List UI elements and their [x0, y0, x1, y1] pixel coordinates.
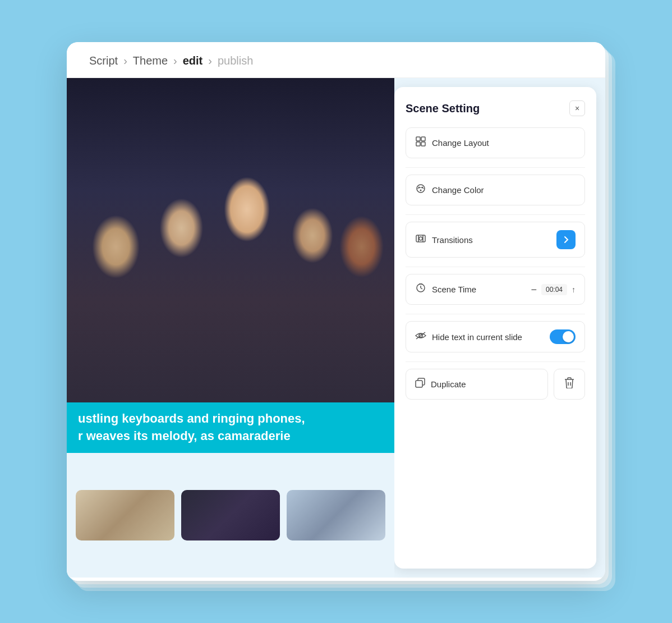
scene-time-icon: [415, 282, 426, 296]
change-layout-row[interactable]: Change Layout: [406, 127, 585, 158]
svg-rect-1: [421, 137, 425, 141]
svg-point-9: [419, 237, 422, 240]
time-minus-button[interactable]: −: [531, 285, 537, 295]
divider-2: [406, 214, 585, 215]
panel-header: Scene Setting ×: [406, 100, 585, 116]
divider-4: [406, 314, 585, 314]
breadcrumb-publish[interactable]: publish: [218, 54, 253, 67]
transitions-icon: [415, 233, 426, 247]
svg-line-14: [421, 288, 422, 289]
change-layout-label: Change Layout: [432, 138, 576, 148]
panel-title: Scene Setting: [406, 102, 480, 115]
divider-3: [406, 267, 585, 267]
svg-rect-3: [421, 142, 425, 146]
people-layer: [67, 78, 394, 453]
breadcrumb-theme[interactable]: Theme: [133, 54, 168, 67]
bottom-row: Duplicate: [406, 369, 585, 400]
delete-button[interactable]: [554, 369, 585, 400]
scene-time-label: Scene Time: [432, 285, 525, 294]
breadcrumb-sep-3: ›: [208, 54, 212, 67]
svg-rect-18: [416, 381, 422, 387]
thumbnail-2[interactable]: [181, 490, 280, 540]
svg-rect-2: [416, 142, 420, 146]
toggle-knob: [563, 331, 574, 342]
hide-text-label: Hide text in current slide: [432, 332, 544, 342]
transitions-label: Transitions: [432, 235, 551, 245]
change-color-row[interactable]: Change Color: [406, 175, 585, 205]
delete-icon: [564, 377, 574, 391]
duplicate-icon: [415, 378, 425, 391]
close-button[interactable]: ×: [569, 100, 585, 116]
svg-point-4: [417, 185, 425, 193]
hide-text-row: Hide text in current slide: [406, 321, 585, 352]
divider-5: [406, 361, 585, 362]
duplicate-label: Duplicate: [431, 379, 538, 389]
breadcrumb-script[interactable]: Script: [89, 54, 118, 67]
svg-rect-8: [416, 235, 425, 242]
thumbnail-3[interactable]: [287, 490, 385, 540]
color-palette-icon: [415, 183, 426, 197]
overlay-line1: ustling keyboards and ringing phones,: [78, 410, 383, 428]
breadcrumb-edit[interactable]: edit: [183, 54, 203, 67]
transitions-arrow[interactable]: [556, 230, 576, 249]
breadcrumb-sep-1: ›: [123, 54, 127, 67]
svg-rect-0: [416, 137, 420, 141]
scene-setting-panel: Scene Setting × Change Layout: [394, 87, 596, 569]
thumbnail-strip: [67, 453, 394, 578]
breadcrumb-sep-2: ›: [173, 54, 177, 67]
hide-text-toggle[interactable]: [550, 329, 576, 344]
divider-1: [406, 167, 585, 168]
scene-image: ustling keyboards and ringing phones, r …: [67, 78, 394, 453]
text-overlay: ustling keyboards and ringing phones, r …: [67, 402, 394, 453]
breadcrumb: Script › Theme › edit › publish: [67, 42, 605, 78]
overlay-line2: r weaves its melody, as camaraderie: [78, 428, 383, 445]
duplicate-button[interactable]: Duplicate: [406, 369, 548, 400]
time-plus-button[interactable]: ↑: [572, 285, 576, 294]
layout-icon: [415, 136, 426, 150]
hide-text-icon: [415, 331, 426, 343]
svg-point-7: [420, 190, 422, 191]
change-color-label: Change Color: [432, 185, 576, 195]
transitions-row[interactable]: Transitions: [406, 222, 585, 258]
time-display: 00:04: [541, 284, 567, 295]
scene-time-row: Scene Time − 00:04 ↑: [406, 274, 585, 305]
thumbnail-1[interactable]: [76, 490, 174, 540]
left-panel: ustling keyboards and ringing phones, r …: [67, 78, 394, 578]
time-controls: − 00:04 ↑: [531, 284, 576, 295]
content-area: ustling keyboards and ringing phones, r …: [67, 78, 605, 578]
